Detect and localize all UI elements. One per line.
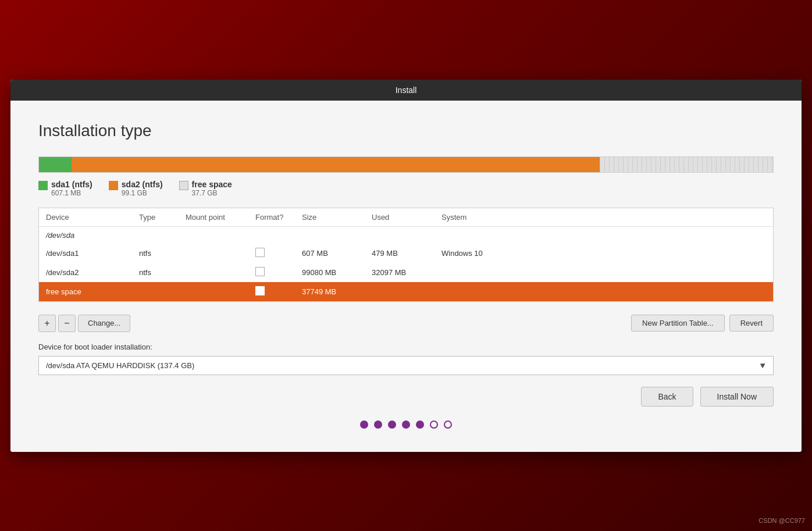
col-mount: Mount point (186, 213, 255, 222)
remove-partition-button[interactable]: − (58, 315, 76, 332)
legend-color-sda1 (38, 181, 48, 190)
row-size-sda1: 607 MB (302, 249, 372, 258)
new-partition-table-button[interactable]: New Partition Table... (631, 315, 725, 332)
nav-buttons: Back Install Now (38, 387, 774, 407)
legend-size-free: 37.7 GB (192, 189, 232, 197)
bootloader-label: Device for boot loader installation: (38, 343, 774, 351)
watermark: CSDN @CC977 (758, 517, 805, 524)
table-row[interactable]: /dev/sda (39, 227, 773, 244)
format-checkbox-sda2[interactable] (255, 267, 265, 276)
row-device-free: free space (46, 287, 139, 296)
disk-bar (38, 156, 774, 173)
format-checkbox-free[interactable] (255, 286, 265, 295)
legend-color-free (179, 181, 188, 190)
progress-dot-3 (388, 420, 396, 429)
table-header: Device Type Mount point Format? Size Use… (39, 208, 773, 227)
install-window: Install Installation type sda1 (ntfs) 60… (10, 80, 802, 452)
titlebar: Install (10, 80, 802, 101)
legend-sda1: sda1 (ntfs) 607.1 MB (38, 180, 92, 197)
legend-color-sda2 (109, 181, 118, 190)
legend-size-sda2: 99.1 GB (122, 189, 163, 197)
legend-name-sda1: sda1 (ntfs) (51, 180, 92, 189)
col-type: Type (139, 213, 186, 222)
row-device: /dev/sda (46, 231, 139, 240)
dropdown-arrow-icon: ▼ (758, 361, 766, 370)
row-device-sda2: /dev/sda2 (46, 268, 139, 277)
col-system: System (441, 213, 558, 222)
disk-bar-sda2 (72, 157, 600, 172)
change-partition-button[interactable]: Change... (78, 315, 130, 332)
disk-legend: sda1 (ntfs) 607.1 MB sda2 (ntfs) 99.1 GB… (38, 180, 774, 197)
revert-button[interactable]: Revert (729, 315, 774, 332)
partition-table: Device Type Mount point Format? Size Use… (38, 208, 774, 302)
legend-name-free: free space (192, 180, 232, 189)
progress-dot-5 (416, 420, 424, 429)
col-format: Format? (255, 213, 302, 222)
progress-dots (38, 420, 774, 438)
progress-dot-7 (444, 420, 452, 429)
window-title: Install (396, 85, 417, 95)
progress-dot-6 (430, 420, 438, 429)
table-row[interactable]: /dev/sda2 ntfs 99080 MB 32097 MB (39, 263, 773, 282)
col-device: Device (46, 213, 139, 222)
col-size: Size (302, 213, 372, 222)
progress-dot-1 (360, 420, 368, 429)
page-title: Installation type (38, 122, 774, 140)
bootloader-value: /dev/sda ATA QEMU HARDDISK (137.4 GB) (46, 361, 194, 370)
legend-free: free space 37.7 GB (179, 180, 232, 197)
row-size-sda2: 99080 MB (302, 268, 372, 277)
disk-bar-sda1 (39, 157, 72, 172)
row-device-sda1: /dev/sda1 (46, 249, 139, 258)
row-type-sda1: ntfs (139, 249, 186, 258)
bootloader-select-wrapper: /dev/sda ATA QEMU HARDDISK (137.4 GB) ▼ (38, 356, 774, 375)
table-body: /dev/sda /dev/sda1 ntfs 607 MB 479 MB (39, 227, 773, 301)
row-type-sda2: ntfs (139, 268, 186, 277)
progress-dot-4 (402, 420, 410, 429)
progress-dot-2 (374, 420, 382, 429)
install-now-button[interactable]: Install Now (700, 387, 774, 407)
format-checkbox-sda1[interactable] (255, 248, 265, 257)
legend-size-sda1: 607.1 MB (51, 189, 92, 197)
row-size-free: 37749 MB (302, 287, 372, 296)
table-row[interactable]: /dev/sda1 ntfs 607 MB 479 MB Windows 10 (39, 244, 773, 263)
back-button[interactable]: Back (641, 387, 693, 407)
row-system-sda1: Windows 10 (441, 249, 558, 258)
legend-name-sda2: sda2 (ntfs) (122, 180, 163, 189)
row-used-sda2: 32097 MB (372, 268, 441, 277)
partition-toolbar: + − Change... New Partition Table... Rev… (38, 309, 774, 338)
bootloader-select[interactable]: /dev/sda ATA QEMU HARDDISK (137.4 GB) ▼ (38, 356, 774, 375)
add-partition-button[interactable]: + (38, 315, 56, 332)
table-row-free-space[interactable]: free space 37749 MB (39, 282, 773, 301)
disk-bar-free (600, 157, 773, 172)
col-used: Used (372, 213, 441, 222)
legend-sda2: sda2 (ntfs) 99.1 GB (109, 180, 163, 197)
row-used-sda1: 479 MB (372, 249, 441, 258)
